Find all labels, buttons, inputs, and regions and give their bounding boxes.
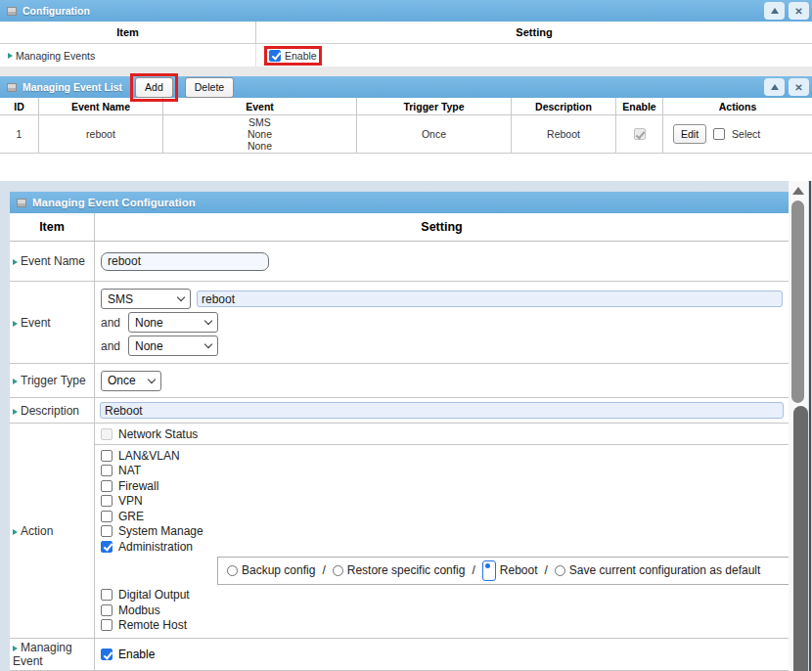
enable-highlight-box: Enable — [264, 46, 322, 66]
description-row: Description — [10, 398, 789, 424]
event-list-title: Managing Event List — [23, 81, 122, 93]
bullet-arrow-icon — [13, 321, 18, 327]
save-default-radio[interactable] — [555, 565, 565, 576]
collapse-button[interactable] — [764, 78, 785, 96]
collapse-arrow-icon — [771, 8, 779, 14]
close-button[interactable]: ✕ — [789, 2, 809, 20]
panel-icon — [7, 7, 17, 16]
event-value-input[interactable] — [197, 291, 783, 307]
configuration-title: Configuration — [23, 5, 90, 17]
event-and-select-2[interactable]: None — [128, 336, 218, 356]
modbus-checkbox[interactable] — [101, 604, 113, 616]
bullet-arrow-icon — [13, 409, 18, 415]
event-and-value-1: None — [135, 316, 163, 330]
lan-vlan-label: LAN&VLAN — [118, 449, 180, 463]
event-row: Event SMS and None — [10, 282, 789, 364]
event-name-label: Event Name — [21, 254, 85, 268]
edit-button[interactable]: Edit — [673, 124, 706, 144]
select-label: Select — [732, 128, 760, 140]
administration-options: Backup config / Restore specific config … — [217, 557, 789, 585]
column-event: Event — [163, 98, 357, 114]
administration-label: Administration — [118, 540, 193, 554]
page: Configuration ✕ Item Setting Managing Ev… — [0, 0, 812, 671]
panel-icon — [7, 83, 17, 92]
chevron-down-icon — [148, 375, 156, 382]
column-id: ID — [0, 98, 39, 114]
gre-label: GRE — [118, 510, 144, 523]
managing-event-enable-label: Enable — [118, 648, 155, 661]
event-line: SMS — [248, 116, 271, 128]
action-row: Action Network Status LAN&VLAN NAT Firew… — [10, 424, 789, 639]
network-status-label: Network Status — [118, 427, 198, 441]
firewall-checkbox[interactable] — [101, 480, 113, 492]
managing-events-enable-checkbox[interactable] — [269, 50, 281, 62]
select-checkbox[interactable] — [713, 128, 725, 140]
column-item: Item — [10, 213, 95, 241]
reboot-label: Reboot — [500, 563, 538, 577]
chevron-down-icon — [204, 317, 212, 325]
event-name-row: Event Name — [10, 242, 789, 282]
backup-config-radio[interactable] — [227, 565, 238, 576]
bullet-arrow-icon — [13, 379, 18, 384]
scroll-up-icon[interactable] — [792, 187, 804, 195]
row-event: SMS None None — [163, 115, 357, 153]
event-list-table-header: ID Event Name Event Trigger Type Descrip… — [0, 98, 812, 115]
event-and-value-2: None — [135, 339, 163, 353]
enable-label: Enable — [285, 50, 317, 62]
save-default-label: Save current configuration as default — [569, 563, 760, 577]
event-name-input[interactable] — [101, 252, 269, 271]
event-and-select-1[interactable]: None — [128, 312, 218, 333]
scrollbar-thumb-outer[interactable] — [793, 406, 808, 671]
event-type-select[interactable]: SMS — [101, 289, 191, 309]
delete-button[interactable]: Delete — [185, 77, 234, 98]
nat-checkbox[interactable] — [101, 465, 113, 476]
trigger-type-label: Trigger Type — [21, 374, 86, 387]
digital-output-label: Digital Output — [118, 588, 190, 602]
reboot-radio[interactable] — [482, 560, 496, 581]
managing-events-row: Managing Events Enable — [0, 44, 812, 67]
lan-vlan-checkbox[interactable] — [101, 450, 113, 462]
configuration-table-header: Item Setting — [0, 22, 812, 44]
column-setting: Setting — [95, 213, 789, 241]
collapse-button[interactable] — [764, 2, 785, 20]
restore-config-label: Restore specific config — [347, 563, 466, 577]
row-event-name: reboot — [39, 115, 163, 153]
option-separator: / — [322, 563, 325, 577]
gre-checkbox[interactable] — [101, 511, 113, 522]
remote-host-checkbox[interactable] — [101, 619, 113, 631]
window-edge — [809, 181, 811, 671]
vertical-scrollbar[interactable] — [789, 181, 808, 671]
bullet-arrow-icon — [13, 646, 18, 651]
add-button[interactable]: Add — [135, 77, 173, 98]
managing-event-enable-checkbox[interactable] — [101, 649, 113, 660]
row-id: 1 — [0, 115, 39, 153]
close-button[interactable]: ✕ — [789, 78, 809, 96]
vpn-checkbox[interactable] — [101, 495, 113, 507]
row-trigger-type: Once — [357, 115, 512, 153]
trigger-type-row: Trigger Type Once — [10, 364, 789, 398]
option-separator: / — [545, 563, 548, 577]
vpn-label: VPN — [118, 494, 143, 508]
action-label: Action — [21, 524, 53, 538]
column-item: Item — [0, 22, 256, 43]
restore-config-radio[interactable] — [333, 565, 343, 576]
event-config-title: Managing Event Configuration — [32, 197, 196, 208]
row-description: Reboot — [512, 115, 616, 153]
and-label: and — [101, 316, 122, 330]
scrollbar-thumb[interactable] — [791, 201, 804, 403]
system-manage-checkbox[interactable] — [101, 525, 113, 537]
column-trigger-type: Trigger Type — [357, 98, 512, 114]
description-input[interactable] — [100, 402, 784, 419]
column-setting: Setting — [256, 22, 812, 43]
trigger-type-select[interactable]: Once — [101, 371, 161, 391]
scroll-region: Managing Event Configuration Item Settin… — [0, 181, 812, 671]
chevron-down-icon — [204, 340, 212, 348]
nat-label: NAT — [118, 464, 141, 477]
managing-events-label: Managing Events — [16, 50, 95, 62]
add-highlight-box: Add — [130, 73, 178, 102]
digital-output-checkbox[interactable] — [101, 589, 113, 601]
column-enable: Enable — [616, 98, 663, 114]
and-label: and — [101, 339, 122, 353]
administration-checkbox[interactable] — [101, 541, 113, 553]
event-type-value: SMS — [108, 292, 133, 306]
